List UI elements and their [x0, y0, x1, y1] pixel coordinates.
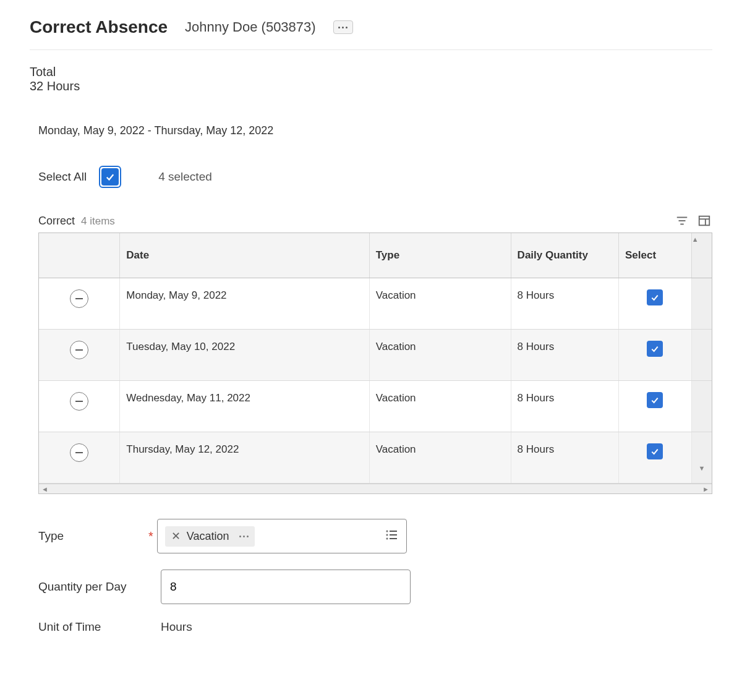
col-header-blank: [39, 233, 120, 278]
ellipsis-icon: [338, 27, 348, 28]
cell-qty: 8 Hours: [511, 278, 618, 330]
cell-type: Vacation: [369, 432, 511, 484]
col-header-select[interactable]: Select: [619, 233, 692, 278]
table-item-count: 4 items: [81, 215, 115, 228]
select-all-row: Select All 4 selected: [38, 166, 712, 188]
check-icon: [650, 344, 660, 354]
col-header-type[interactable]: Type: [369, 233, 511, 278]
cell-date: Wednesday, May 11, 2022: [120, 381, 369, 432]
columns-icon: [697, 214, 711, 228]
row-select-checkbox[interactable]: [647, 392, 663, 408]
scroll-gutter[interactable]: [691, 278, 712, 330]
page-title: Correct Absence: [30, 17, 168, 37]
col-header-date[interactable]: Date: [120, 233, 369, 278]
selected-count: 4 selected: [158, 170, 212, 184]
unit-of-time-value: Hours: [161, 620, 192, 634]
minus-icon: [75, 349, 83, 351]
chip-remove-icon[interactable]: ✕: [171, 531, 181, 542]
type-chip[interactable]: ✕ Vacation: [165, 526, 255, 547]
cell-qty: 8 Hours: [511, 330, 618, 381]
scroll-gutter[interactable]: [691, 330, 712, 381]
type-input[interactable]: ✕ Vacation: [157, 519, 407, 553]
cell-type: Vacation: [369, 278, 511, 330]
qty-per-day-input[interactable]: [161, 570, 411, 604]
minus-icon: [75, 298, 83, 299]
table-row: Tuesday, May 10, 2022Vacation8 Hours: [39, 330, 712, 381]
scroll-gutter[interactable]: [691, 381, 712, 432]
type-chip-label: Vacation: [187, 530, 229, 543]
remove-row-button[interactable]: [70, 289, 88, 308]
total-label: Total: [30, 65, 712, 79]
svg-point-9: [386, 531, 387, 531]
remove-row-button[interactable]: [70, 392, 88, 411]
cell-date: Monday, May 9, 2022: [120, 278, 369, 330]
required-asterisk: *: [148, 529, 153, 544]
total-block: Total 32 Hours: [30, 65, 712, 93]
type-prompt-button[interactable]: [384, 527, 399, 545]
remove-row-button[interactable]: [70, 443, 88, 462]
minus-icon: [75, 401, 83, 402]
svg-point-10: [386, 534, 387, 535]
cell-date: Tuesday, May 10, 2022: [120, 330, 369, 381]
cell-date: Thursday, May 12, 2022: [120, 432, 369, 484]
minus-icon: [75, 452, 83, 453]
cell-qty: 8 Hours: [511, 432, 618, 484]
filter-button[interactable]: [674, 213, 690, 229]
unit-of-time-label: Unit of Time: [38, 620, 148, 634]
cell-type: Vacation: [369, 330, 511, 381]
remove-row-button[interactable]: [70, 341, 88, 359]
row-select-checkbox[interactable]: [647, 289, 663, 305]
cell-qty: 8 Hours: [511, 381, 618, 432]
date-range: Monday, May 9, 2022 - Thursday, May 12, …: [38, 124, 712, 137]
col-header-qty[interactable]: Daily Quantity: [511, 233, 618, 278]
svg-point-11: [386, 538, 387, 539]
svg-rect-3: [699, 216, 710, 226]
table-title: Correct: [38, 215, 75, 228]
correct-table: Date Type Daily Quantity Select ▲ Monday…: [38, 233, 712, 494]
total-value: 32 Hours: [30, 79, 712, 93]
check-icon: [650, 395, 660, 405]
cell-type: Vacation: [369, 381, 511, 432]
page-header: Correct Absence Johnny Doe (503873): [30, 17, 712, 50]
columns-button[interactable]: [696, 213, 712, 229]
chip-more-icon[interactable]: [236, 536, 249, 537]
list-icon: [384, 527, 399, 542]
select-all-checkbox[interactable]: [99, 166, 121, 188]
vertical-scrollbar[interactable]: ▲: [691, 233, 712, 278]
qty-per-day-field[interactable]: [169, 579, 403, 594]
scroll-gutter[interactable]: ▼: [691, 432, 712, 484]
check-icon: [650, 292, 660, 302]
qty-per-day-label: Quantity per Day: [38, 580, 148, 594]
type-label: Type: [38, 529, 148, 543]
subject-name: Johnny Doe (503873): [185, 19, 316, 35]
check-icon: [650, 446, 660, 456]
check-icon: [104, 171, 116, 182]
related-actions-button[interactable]: [333, 20, 353, 34]
horizontal-scrollbar[interactable]: ◄►: [39, 484, 712, 493]
table-row: Monday, May 9, 2022Vacation8 Hours: [39, 278, 712, 330]
filter-icon: [675, 214, 689, 228]
row-select-checkbox[interactable]: [647, 341, 663, 357]
select-all-label: Select All: [38, 170, 87, 184]
table-row: Thursday, May 12, 2022Vacation8 Hours▼: [39, 432, 712, 484]
table-row: Wednesday, May 11, 2022Vacation8 Hours: [39, 381, 712, 432]
row-select-checkbox[interactable]: [647, 443, 663, 459]
